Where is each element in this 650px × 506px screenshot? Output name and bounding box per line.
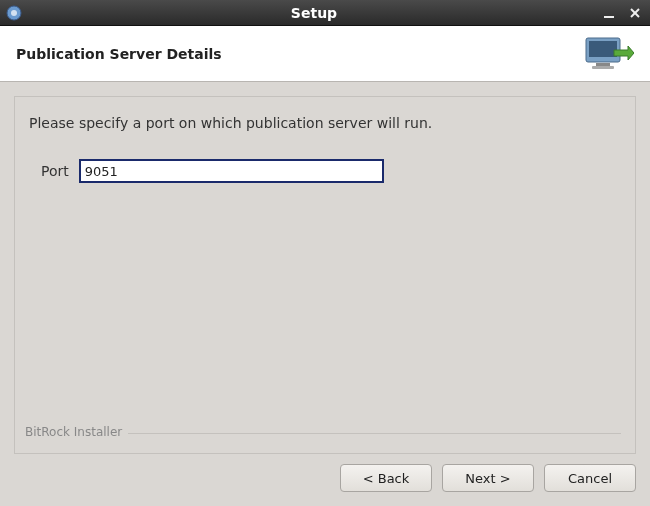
- instruction-text: Please specify a port on which publicati…: [29, 115, 621, 131]
- server-icon: [582, 32, 634, 76]
- close-button[interactable]: [626, 4, 644, 22]
- next-button[interactable]: Next >: [442, 464, 534, 492]
- svg-rect-2: [604, 16, 614, 18]
- minimize-button[interactable]: [600, 4, 618, 22]
- svg-rect-7: [596, 63, 610, 66]
- content-area: Please specify a port on which publicati…: [0, 82, 650, 454]
- port-row: Port: [41, 159, 621, 183]
- wizard-header: Publication Server Details: [0, 26, 650, 82]
- svg-rect-6: [589, 41, 617, 57]
- button-bar: < Back Next > Cancel: [0, 454, 650, 506]
- back-button[interactable]: < Back: [340, 464, 432, 492]
- titlebar: Setup: [0, 0, 650, 26]
- port-input[interactable]: [79, 159, 384, 183]
- content-panel: Please specify a port on which publicati…: [14, 96, 636, 454]
- window-title: Setup: [28, 5, 600, 21]
- app-icon: [6, 5, 22, 21]
- setup-window: Setup Publication Server Details: [0, 0, 650, 506]
- port-label: Port: [41, 163, 69, 179]
- window-controls: [600, 4, 644, 22]
- installer-brand: BitRock Installer: [23, 425, 128, 439]
- footer-fieldset: BitRock Installer: [29, 425, 621, 445]
- cancel-button[interactable]: Cancel: [544, 464, 636, 492]
- svg-point-1: [11, 10, 17, 16]
- svg-rect-8: [592, 66, 614, 69]
- page-title: Publication Server Details: [16, 46, 582, 62]
